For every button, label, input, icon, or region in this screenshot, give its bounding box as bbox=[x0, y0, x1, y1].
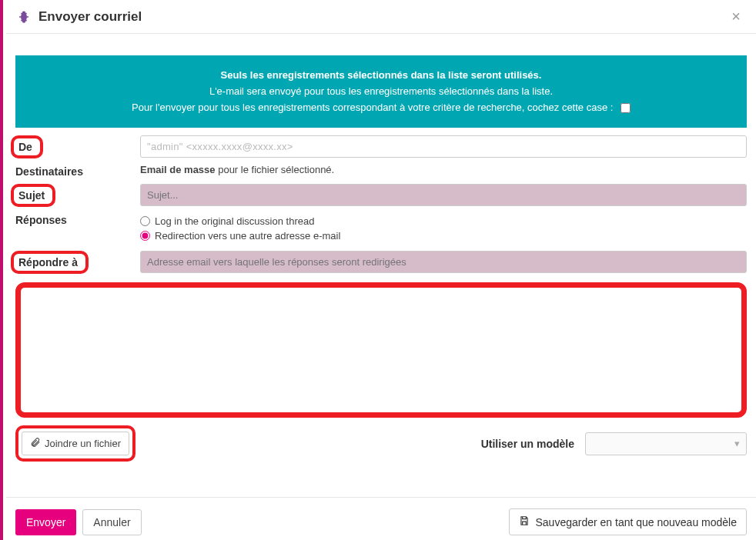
dialog-header: Envoyer courriel × bbox=[6, 0, 756, 34]
email-body-editor[interactable] bbox=[15, 282, 747, 418]
dialog-title: Envoyer courriel bbox=[38, 9, 142, 25]
from-value: "admin" <xxxxx.xxxx@xxxx.xx> bbox=[147, 141, 293, 152]
select-all-checkbox[interactable] bbox=[621, 103, 631, 113]
banner-line-3: Pour l'envoyer pour tous les enregistrem… bbox=[31, 100, 731, 116]
recipients-rest: pour le fichier sélectionné. bbox=[216, 164, 335, 175]
banner-line-1: Seuls les enregistrements sélectionnés d… bbox=[31, 68, 731, 84]
info-banner: Seuls les enregistrements sélectionnés d… bbox=[15, 55, 747, 128]
save-as-template-label: Sauvegarder en tant que nouveau modèle bbox=[535, 516, 737, 528]
recipients-bold: Email de masse bbox=[140, 164, 216, 175]
banner-line-3-text: Pour l'envoyer pour tous les enregistrem… bbox=[132, 102, 613, 113]
recipients-text: Email de masse pour le fichier sélection… bbox=[140, 164, 334, 175]
label-reply-to: Répondre à bbox=[11, 251, 89, 274]
save-icon bbox=[519, 515, 530, 528]
label-subject: Sujet bbox=[11, 184, 55, 207]
banner-line-2: L'e-mail sera envoyé pour tous les enreg… bbox=[31, 84, 731, 100]
left-accent-bar bbox=[0, 0, 3, 540]
chevron-down-icon: ▾ bbox=[734, 438, 740, 449]
label-recipients: Destinataires bbox=[15, 161, 131, 178]
attach-highlight: Joindre un fichier bbox=[15, 425, 135, 462]
reply-option-redirect[interactable]: Redirection vers une autre adresse e-mai… bbox=[140, 230, 747, 242]
attach-file-label: Joindre un fichier bbox=[45, 438, 121, 449]
send-button[interactable]: Envoyer bbox=[15, 509, 76, 535]
paperclip-icon bbox=[30, 437, 41, 450]
use-template-label: Utiliser un modèle bbox=[481, 438, 574, 450]
bug-icon bbox=[17, 10, 31, 24]
close-icon[interactable]: × bbox=[727, 8, 745, 25]
reply-to-input[interactable] bbox=[140, 251, 747, 273]
dialog-footer: Envoyer Annuler Sauvegarder en tant que … bbox=[6, 497, 756, 540]
from-input[interactable]: "admin" <xxxxx.xxxx@xxxx.xx> bbox=[140, 135, 747, 158]
reply-option-log[interactable]: Log in the original discussion thread bbox=[140, 215, 747, 227]
save-as-template-button[interactable]: Sauvegarder en tant que nouveau modèle bbox=[509, 508, 747, 535]
cancel-button[interactable]: Annuler bbox=[82, 509, 141, 535]
reply-radio-log[interactable] bbox=[140, 216, 150, 226]
reply-radio-log-label: Log in the original discussion thread bbox=[155, 215, 314, 227]
reply-radio-redirect[interactable] bbox=[140, 231, 150, 241]
label-from: De bbox=[11, 135, 43, 158]
label-replies: Réponses bbox=[15, 209, 131, 226]
template-select[interactable]: ▾ bbox=[585, 432, 747, 455]
attach-file-button[interactable]: Joindre un fichier bbox=[22, 432, 129, 455]
reply-radio-redirect-label: Redirection vers une autre adresse e-mai… bbox=[155, 230, 340, 242]
subject-input[interactable] bbox=[140, 184, 747, 206]
